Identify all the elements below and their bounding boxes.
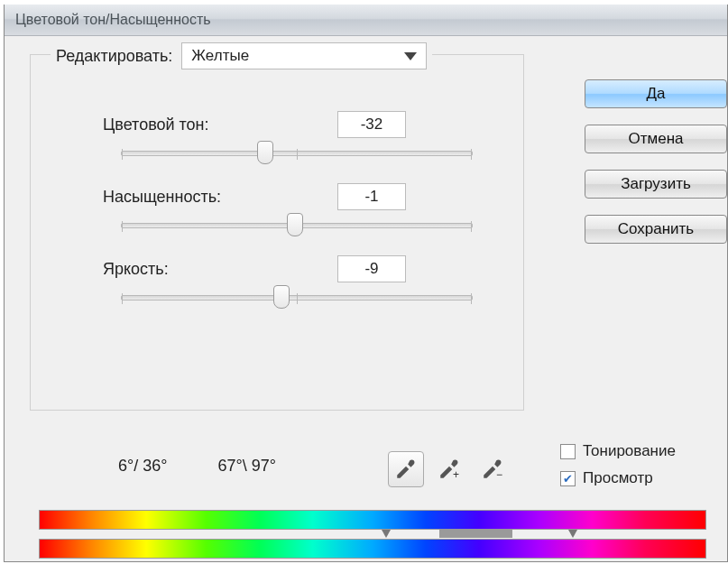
spectrum-top <box>39 510 706 530</box>
hue-slider[interactable] <box>121 151 473 156</box>
preview-checkbox[interactable]: ✔ <box>560 471 576 486</box>
range-left: 6°/ 36° <box>118 457 167 476</box>
button-column: Да Отмена Загрузить Сохранить <box>585 79 727 244</box>
chevron-down-icon <box>404 52 417 60</box>
lightness-slider-thumb[interactable] <box>273 285 290 309</box>
colorize-checkbox[interactable] <box>560 444 576 459</box>
saturation-input[interactable] <box>337 183 406 210</box>
hue-input[interactable] <box>337 111 406 138</box>
spectrum-markers <box>39 530 706 539</box>
load-button[interactable]: Загрузить <box>585 170 727 199</box>
edit-fieldset: Редактировать: Желтые Цветовой тон: <box>30 54 524 411</box>
preview-label: Просмотр <box>583 469 653 487</box>
client-area: Редактировать: Желтые Цветовой тон: <box>5 36 727 561</box>
hue-slider-thumb[interactable] <box>257 141 273 164</box>
lightness-label: Яркость: <box>49 260 256 279</box>
saturation-slider-thumb[interactable] <box>287 213 303 236</box>
edit-legend: Редактировать: <box>56 47 172 66</box>
colorize-label: Тонирование <box>583 442 676 460</box>
eyedropper-icon <box>394 458 418 481</box>
ok-button[interactable]: Да <box>585 79 727 108</box>
dialog-window: Цветовой тон/Насыщенность Редактировать:… <box>4 5 728 562</box>
eyedropper-minus-button[interactable]: − <box>475 451 511 487</box>
edit-dropdown[interactable]: Желтые <box>181 42 427 69</box>
range-marker-end-falloff[interactable] <box>568 530 577 538</box>
titlebar: Цветовой тон/Насыщенность <box>5 5 727 36</box>
spectrum-bottom <box>39 539 706 559</box>
lightness-input[interactable] <box>337 255 406 282</box>
eyedropper-row: + − <box>388 451 511 487</box>
eyedropper-button[interactable] <box>388 451 424 487</box>
range-band[interactable] <box>439 530 512 538</box>
plus-icon: + <box>453 468 459 481</box>
saturation-label: Насыщенность: <box>49 188 256 207</box>
checkboxes: Тонирование ✔ Просмотр <box>560 442 676 487</box>
edit-legend-row: Редактировать: Желтые <box>51 42 432 69</box>
lightness-slider[interactable] <box>121 295 473 300</box>
minus-icon: − <box>496 468 502 481</box>
save-button[interactable]: Сохранить <box>585 215 727 244</box>
range-marker-start-falloff[interactable] <box>382 530 391 538</box>
window-title: Цветовой тон/Насыщенность <box>15 12 211 28</box>
saturation-slider[interactable] <box>121 223 473 228</box>
range-right: 67°\ 97° <box>217 457 275 476</box>
range-readout: 6°/ 36° 67°\ 97° <box>118 457 276 476</box>
cancel-button[interactable]: Отмена <box>585 125 727 153</box>
spectrum-area <box>39 510 706 559</box>
edit-dropdown-value: Желтые <box>191 47 249 65</box>
eyedropper-plus-button[interactable]: + <box>431 451 467 487</box>
hue-label: Цветовой тон: <box>49 116 256 134</box>
